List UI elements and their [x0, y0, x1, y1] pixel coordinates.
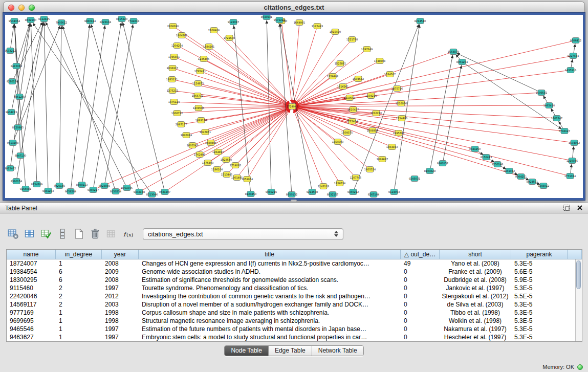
graph-node[interactable]: 1604642: [353, 76, 364, 82]
table-row[interactable]: 946554611997Estimation of the future num…: [7, 325, 575, 333]
graph-node[interactable]: 1895014: [181, 133, 192, 138]
graph-node[interactable]: 1885131: [166, 77, 178, 82]
graph-node[interactable]: 8650132: [286, 192, 297, 198]
graph-node[interactable]: 1475403: [202, 160, 213, 166]
graph-node[interactable]: 8924501: [527, 179, 538, 185]
graph-node[interactable]: 9461203: [42, 188, 54, 194]
graph-node[interactable]: 8154209: [31, 182, 42, 187]
graph-node[interactable]: 1684201: [203, 44, 214, 50]
graph-node[interactable]: 8265104: [368, 192, 379, 198]
graph-node[interactable]: 8104529: [424, 168, 435, 174]
graph-node[interactable]: 7905612: [56, 20, 67, 26]
graph-node[interactable]: 1124875: [192, 81, 204, 86]
graph-node[interactable]: 1099697: [377, 157, 388, 162]
tab-node-table[interactable]: Node Table: [225, 346, 269, 356]
graph-node[interactable]: 1854093: [332, 139, 343, 145]
graph-node[interactable]: 8761045: [121, 185, 133, 191]
graph-edge[interactable]: [353, 21, 420, 192]
graph-edge[interactable]: [31, 20, 152, 194]
graph-edge[interactable]: [172, 68, 292, 106]
graph-edge[interactable]: [462, 62, 564, 131]
graph-node[interactable]: 8120985: [12, 125, 24, 130]
graph-node[interactable]: 9402158: [134, 189, 145, 195]
graph-node[interactable]: 1104062: [569, 140, 580, 146]
graph-node[interactable]: 9124053: [388, 189, 400, 195]
import-table-button[interactable]: [104, 227, 118, 240]
graph-node[interactable]: 8023945: [99, 183, 110, 189]
close-panel-icon[interactable]: [576, 204, 584, 212]
graph-node[interactable]: 9245031: [409, 176, 420, 182]
graph-edge[interactable]: [14, 21, 20, 156]
graph-node[interactable]: 1693124: [195, 118, 207, 123]
graph-node[interactable]: 1923540: [221, 157, 232, 163]
graph-edge[interactable]: [104, 21, 134, 186]
graph-node[interactable]: 9245012: [538, 183, 549, 189]
graph-node[interactable]: 1275212: [167, 88, 178, 94]
graph-node[interactable]: 1771034: [564, 173, 576, 179]
graph-node[interactable]: 9604213: [6, 110, 17, 115]
graph-node[interactable]: 9150234: [110, 189, 121, 194]
graph-node[interactable]: 8150423: [481, 155, 492, 160]
graph-node[interactable]: 9531207: [159, 189, 170, 195]
graph-node[interactable]: 9860124: [84, 18, 96, 24]
close-button[interactable]: [8, 5, 14, 11]
graph-node[interactable]: 1264897: [212, 149, 224, 155]
graph-node[interactable]: 1207745: [350, 175, 361, 181]
graph-node[interactable]: 9506412: [570, 38, 581, 43]
graph-edge[interactable]: [292, 106, 382, 159]
table-row[interactable]: 1938455462009Genome-wide association stu…: [7, 268, 575, 276]
graph-node[interactable]: 8540931: [261, 15, 272, 20]
graph-edge[interactable]: [443, 62, 462, 163]
table-row[interactable]: 911546021997Tourette syndrome. Phenomeno…: [7, 284, 575, 292]
graph-node[interactable]: 9227434: [568, 53, 579, 59]
column-header-pagerank[interactable]: pagerank: [511, 250, 568, 259]
graph-node[interactable]: 8120453: [245, 191, 256, 197]
graph-node[interactable]: 1865712: [192, 93, 203, 99]
graph-node[interactable]: 1762495: [194, 152, 205, 158]
create-column-button[interactable]: [72, 227, 85, 240]
graph-node[interactable]: 1875716: [391, 86, 403, 92]
graph-node[interactable]: 2036317: [167, 65, 178, 71]
graph-node[interactable]: 1210643: [344, 95, 355, 101]
graph-edge[interactable]: [267, 17, 271, 192]
table-row[interactable]: 2242004622012Investigating the contribut…: [7, 292, 575, 300]
network-canvas[interactable]: 1724045183129016649911125443101549012217…: [5, 15, 583, 198]
graph-edge[interactable]: [18, 19, 44, 127]
graph-node[interactable]: 1306712: [171, 111, 183, 116]
graph-node[interactable]: 8032157: [327, 192, 338, 198]
graph-node[interactable]: 9058204: [65, 189, 76, 194]
graph-node[interactable]: 9122087: [228, 19, 239, 25]
graph-node[interactable]: 1465410: [543, 103, 555, 108]
graph-node[interactable]: 9214508: [307, 189, 318, 195]
graph-node[interactable]: 9360152: [437, 161, 448, 166]
graph-node[interactable]: 7851240: [14, 94, 25, 100]
graph-edge[interactable]: [204, 59, 292, 106]
graph-edge[interactable]: [292, 106, 574, 143]
graph-edge[interactable]: [59, 23, 61, 186]
graph-node[interactable]: 1901495: [231, 175, 243, 181]
graph-node[interactable]: 8951204: [456, 59, 468, 65]
graph-node[interactable]: 1216076: [396, 101, 407, 106]
table-row[interactable]: 1456911722003Disruption of a novel membe…: [7, 300, 575, 309]
column-header-in-degree[interactable]: in_degree: [56, 250, 102, 259]
graph-node[interactable]: 1475124: [168, 99, 180, 105]
graph-node[interactable]: 1722608: [224, 35, 235, 41]
graph-node[interactable]: 9633212: [5, 48, 16, 54]
graph-node[interactable]: 1605524: [364, 167, 376, 172]
graph-node[interactable]: 1785401: [168, 54, 180, 60]
graph-node[interactable]: 9415320: [116, 16, 127, 22]
graph-node[interactable]: 1605543: [187, 143, 198, 148]
graph-node[interactable]: 1804201: [176, 33, 187, 38]
graph-edge[interactable]: [90, 21, 139, 192]
graph-node[interactable]: 1143103: [318, 184, 329, 189]
graph-node[interactable]: 1104216: [365, 93, 377, 99]
graph-edge[interactable]: [44, 19, 48, 191]
row-details-button[interactable]: [55, 227, 69, 240]
graph-node[interactable]: 1059954: [242, 177, 253, 182]
graph-node[interactable]: 1525881: [335, 61, 346, 67]
column-header-year[interactable]: year: [102, 250, 139, 259]
graph-node[interactable]: 9341250: [469, 146, 481, 152]
graph-node[interactable]: 1509375: [341, 130, 353, 136]
graph-node[interactable]: 8847130: [15, 153, 26, 159]
graph-node[interactable]: 7742218: [128, 18, 139, 24]
